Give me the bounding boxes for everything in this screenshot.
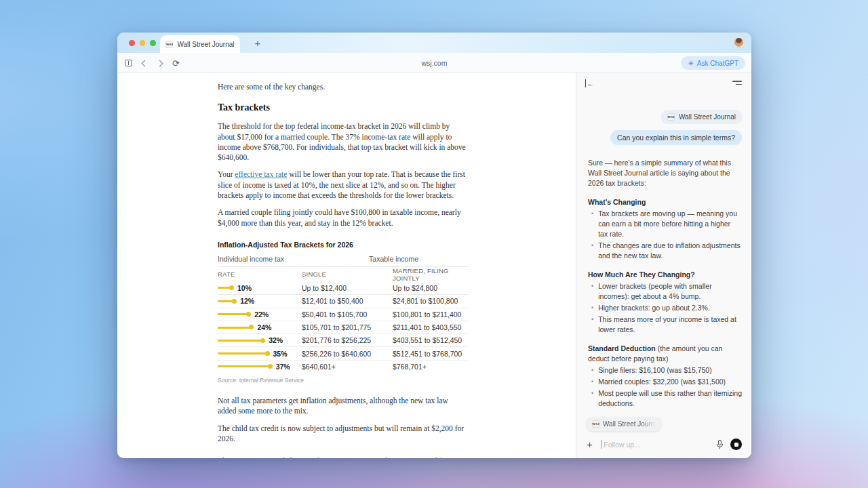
ask-chatgpt-button[interactable]: ✳ Ask ChatGPT bbox=[681, 56, 745, 70]
text: Your bbox=[218, 170, 235, 178]
table-header-row: RATE SINGLE MARRIED, FILING JOINTLY bbox=[218, 267, 469, 281]
effective-tax-rate-link[interactable]: effective tax rate bbox=[235, 170, 287, 178]
assistant-section: Standard Deduction (the amount you can d… bbox=[588, 344, 742, 409]
context-chip-label: Wall Street Journal bbox=[603, 420, 656, 428]
article-paragraph: The threshold for the top federal income… bbox=[218, 121, 469, 163]
tax-table-rows: 10%Up to $12,400Up to $24,80012%$12,401 … bbox=[218, 281, 469, 373]
source-page-chip[interactable]: WSJ Wall Street Journal bbox=[661, 110, 742, 124]
list-item: •Married couples: $32,200 (was $31,500) bbox=[588, 377, 742, 387]
list-item: •Lower brackets (people with smaller inc… bbox=[588, 281, 742, 302]
article-paragraph: The child tax credit is now subject to a… bbox=[218, 424, 469, 445]
text-cursor bbox=[601, 440, 602, 449]
table-row: 24%$105,701 to $201,775$211,401 to $403,… bbox=[218, 321, 469, 333]
chart-axis-labels: Individual income tax Taxable income bbox=[218, 255, 469, 267]
new-tab-button[interactable]: + bbox=[250, 35, 265, 50]
article-pane: Here are some of the key changes. Tax br… bbox=[117, 73, 576, 458]
assistant-sections: What's Changing•Tax brackets are moving … bbox=[588, 197, 742, 436]
chart-left-label: Individual income tax bbox=[218, 255, 284, 263]
article-paragraph: A married couple filing jointly could ha… bbox=[218, 207, 469, 228]
microphone-icon[interactable] bbox=[716, 440, 724, 449]
article-intro: Here are some of the key changes. bbox=[218, 82, 469, 92]
address-bar[interactable]: wsj.com bbox=[117, 53, 751, 73]
rate-bar bbox=[218, 365, 271, 367]
conversation: WSJ Wall Street Journal Can you explain … bbox=[576, 94, 751, 458]
traffic-lights bbox=[129, 40, 156, 46]
list-item: •Single filers: $16,100 (was $15,750) bbox=[588, 365, 742, 375]
article-paragraph: The new temporary deductions for tips, o… bbox=[218, 456, 469, 458]
url-text: wsj.com bbox=[422, 59, 448, 67]
table-row: 12%$12,401 to $50,400$24,801 to $100,800 bbox=[218, 294, 469, 307]
table-row: 32%$201,776 to $256,225$403,551 to $512,… bbox=[218, 333, 469, 346]
stop-button[interactable] bbox=[730, 439, 742, 450]
assistant-section: How Much Are They Changing?•Lower bracke… bbox=[588, 270, 742, 335]
chart-source: Source: Internal Revenue Service bbox=[218, 377, 469, 384]
tab-wall-street-journal[interactable]: WSJ Wall Street Journal bbox=[160, 35, 240, 53]
chatgpt-sidebar: ← WSJ Wall Street Journal Can you explai… bbox=[576, 73, 751, 458]
close-button[interactable] bbox=[129, 40, 135, 46]
column-header-married: MARRIED, FILING JOINTLY bbox=[393, 267, 469, 282]
rate-bar bbox=[218, 287, 232, 289]
minimize-button[interactable] bbox=[140, 40, 146, 46]
table-row: 10%Up to $12,400Up to $24,800 bbox=[218, 281, 469, 294]
menu-icon[interactable] bbox=[732, 81, 742, 85]
rate-bar bbox=[218, 327, 252, 329]
rate-bar bbox=[218, 340, 263, 342]
assistant-section: What's Changing•Tax brackets are moving … bbox=[588, 197, 742, 261]
list-item: •Tax brackets are moving up — meaning yo… bbox=[588, 209, 742, 239]
article-paragraph: Your effective tax rate will be lower th… bbox=[218, 169, 469, 201]
attach-plus-icon[interactable]: + bbox=[587, 439, 593, 450]
article-paragraph: Not all tax parameters get inflation adj… bbox=[218, 396, 469, 417]
ask-chatgpt-label: Ask ChatGPT bbox=[697, 60, 738, 67]
column-header-single: SINGLE bbox=[302, 270, 393, 278]
tax-brackets-chart: Inflation-Adjusted Tax Brackets for 2026… bbox=[218, 241, 469, 384]
sidebar-header: ← bbox=[576, 73, 751, 94]
table-row: 37%$640,601+$768,701+ bbox=[218, 360, 469, 373]
browser-toolbar: ⟳ wsj.com ✳ Ask ChatGPT bbox=[117, 53, 751, 73]
wsj-favicon-icon: WSJ bbox=[165, 41, 173, 48]
chart-title: Inflation-Adjusted Tax Brackets for 2026 bbox=[218, 241, 469, 249]
collapse-sidebar-icon[interactable]: ← bbox=[585, 79, 594, 87]
chart-right-label: Taxable income bbox=[369, 255, 418, 263]
list-item: •This means more of your income is taxed… bbox=[588, 314, 742, 335]
profile-avatar[interactable] bbox=[734, 37, 744, 47]
list-item: •Higher brackets: go up about 2.3%. bbox=[588, 303, 742, 313]
openai-logo-icon: ✳ bbox=[688, 60, 693, 67]
browser-window: WSJ Wall Street Journal + ⟳ wsj.com ✳ As… bbox=[117, 33, 751, 458]
composer: WSJ Wall Street Journal + Follow up... bbox=[576, 405, 751, 458]
user-message-bubble: Can you explain this in simple terms? bbox=[610, 130, 742, 145]
rate-bar bbox=[218, 352, 268, 354]
list-item: •The changes are due to inflation adjust… bbox=[588, 241, 742, 261]
followup-input[interactable]: Follow up... bbox=[604, 441, 716, 449]
table-row: 35%$256,226 to $640,600$512,451 to $768,… bbox=[218, 346, 469, 359]
rate-bar bbox=[218, 300, 235, 302]
source-chip-label: Wall Street Journal bbox=[679, 113, 736, 121]
tab-title: Wall Street Journal bbox=[177, 41, 234, 48]
tab-strip: WSJ Wall Street Journal + bbox=[117, 33, 751, 53]
assistant-intro: Sure — here's a simple summary of what t… bbox=[588, 158, 742, 188]
article-heading-tax-brackets: Tax brackets bbox=[218, 102, 469, 113]
column-header-rate: RATE bbox=[218, 270, 302, 278]
maximize-button[interactable] bbox=[150, 40, 156, 46]
assistant-message: Sure — here's a simple summary of what t… bbox=[588, 158, 742, 436]
context-chip[interactable]: WSJ Wall Street Journal bbox=[587, 417, 661, 431]
table-row: 22%$50,401 to $105,700$100,801 to $211,4… bbox=[218, 308, 469, 321]
wsj-favicon-icon: WSJ bbox=[592, 420, 599, 428]
wsj-favicon-icon: WSJ bbox=[667, 113, 675, 121]
rate-bar bbox=[218, 313, 249, 315]
